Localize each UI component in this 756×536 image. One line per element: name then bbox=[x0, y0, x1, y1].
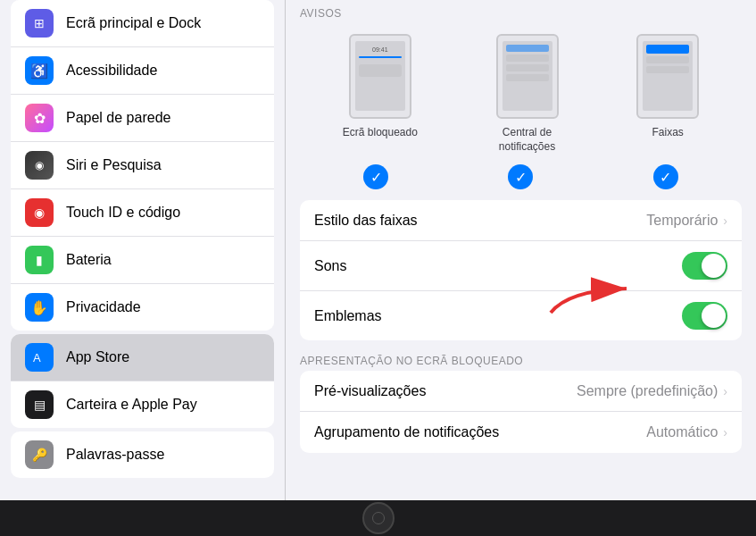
row-sons[interactable]: Sons bbox=[300, 241, 742, 291]
home-button[interactable] bbox=[362, 502, 395, 534]
sidebar-group-1: ⊞ Ecrã principal e Dock ♿ Acessibilidade… bbox=[11, 0, 274, 331]
bateria-icon: ▮ bbox=[25, 246, 54, 274]
faixas-bar1 bbox=[646, 45, 689, 54]
previsualizacoes-chevron: › bbox=[723, 384, 727, 398]
checkmark-central: ✓ bbox=[508, 164, 533, 189]
central-bar3 bbox=[506, 64, 549, 71]
agrupamento-label: Agrupamento de notificações bbox=[314, 424, 499, 440]
central-bar4 bbox=[506, 74, 549, 81]
row-previsualizacoes[interactable]: Pré-visualizações Sempre (predefinição) … bbox=[300, 371, 742, 412]
carteira-icon: ▤ bbox=[25, 390, 54, 419]
agrupamento-chevron: › bbox=[723, 425, 727, 440]
faixas-bar2 bbox=[646, 56, 689, 63]
checkmark-locked: ✓ bbox=[363, 164, 388, 189]
appstore-label: App Store bbox=[66, 349, 129, 365]
acessibilidade-icon: ♿ bbox=[25, 56, 54, 85]
aviso-section-header: AVISOS bbox=[286, 0, 756, 23]
sidebar-item-ecra[interactable]: ⊞ Ecrã principal e Dock bbox=[11, 0, 274, 47]
appstore-icon: A bbox=[25, 343, 54, 372]
locked-label: Ecrã bloqueado bbox=[343, 126, 418, 140]
palavras-icon: 🔑 bbox=[25, 440, 54, 469]
agrupamento-value: Automático › bbox=[646, 424, 727, 440]
emblemas-label: Emblemas bbox=[314, 308, 382, 324]
time-display: 09:41 bbox=[372, 46, 388, 53]
preview-icons-row: 09:41 Ecrã bloqueado bbox=[286, 23, 756, 161]
sidebar-item-appstore[interactable]: A App Store bbox=[11, 334, 274, 381]
preview-locked: 09:41 Ecrã bloqueado bbox=[343, 34, 418, 154]
siri-icon: ◉ bbox=[25, 151, 54, 180]
faixas-screen bbox=[643, 41, 693, 111]
sidebar-item-acessibilidade[interactable]: ♿ Acessibilidade bbox=[11, 47, 274, 95]
siri-label: Siri e Pesquisa bbox=[66, 157, 162, 173]
touchid-icon: ◉ bbox=[25, 198, 54, 227]
sidebar-item-papel[interactable]: ✿ Papel de parede bbox=[11, 95, 274, 142]
sidebar-item-touchid[interactable]: ◉ Touch ID e código bbox=[11, 189, 274, 237]
bateria-label: Bateria bbox=[66, 252, 112, 268]
row-emblemas[interactable]: Emblemas bbox=[300, 291, 742, 340]
faixas-device bbox=[636, 34, 699, 119]
content-area: AVISOS 09:41 Ecrã bloqueado bbox=[286, 0, 756, 500]
estilo-value-text: Temporário bbox=[646, 213, 718, 229]
palavras-label: Palavras-passe bbox=[66, 447, 164, 463]
privacidade-icon: ✋ bbox=[25, 293, 54, 322]
content-wrapper: AVISOS 09:41 Ecrã bloqueado bbox=[286, 0, 756, 453]
notif-bar-1 bbox=[359, 64, 402, 77]
emblemas-toggle[interactable] bbox=[682, 302, 727, 330]
estilo-chevron: › bbox=[723, 214, 727, 228]
ipad-bottom-bar bbox=[0, 500, 756, 536]
central-screen bbox=[503, 41, 552, 111]
locked-device: 09:41 bbox=[349, 34, 411, 119]
apresentacao-section-header: APRESENTAÇÃO NO ECRÃ BLOQUEADO bbox=[286, 348, 756, 371]
preview-central: Central de notificações bbox=[496, 34, 559, 154]
previsualizacoes-label: Pré-visualizações bbox=[314, 383, 426, 399]
checkmark-row: ✓ ✓ ✓ bbox=[286, 161, 756, 200]
ecra-label: Ecrã principal e Dock bbox=[66, 15, 201, 31]
sidebar-group-2: A App Store ▤ Carteira e Apple Pay bbox=[11, 334, 274, 428]
touchid-label: Touch ID e código bbox=[66, 205, 180, 221]
acessibilidade-label: Acessibilidade bbox=[66, 63, 157, 79]
central-label: Central de notificações bbox=[499, 126, 555, 154]
estilo-value: Temporário › bbox=[646, 213, 727, 229]
locked-screen: 09:41 bbox=[355, 41, 405, 111]
sidebar-item-bateria[interactable]: ▮ Bateria bbox=[11, 237, 274, 284]
status-bar bbox=[359, 56, 402, 58]
faixas-bar3 bbox=[646, 66, 689, 73]
row-estilo[interactable]: Estilo das faixas Temporário › bbox=[300, 200, 742, 241]
privacidade-label: Privacidade bbox=[66, 299, 141, 315]
central-device bbox=[496, 34, 559, 119]
row-agrupamento[interactable]: Agrupamento de notificações Automático › bbox=[300, 412, 742, 453]
settings-group-notifications: Estilo das faixas Temporário › Sons Embl… bbox=[300, 200, 742, 340]
sidebar-item-palavras[interactable]: 🔑 Palavras-passe bbox=[11, 431, 274, 478]
svg-text:A: A bbox=[33, 351, 41, 364]
home-button-inner bbox=[372, 512, 385, 524]
papel-label: Papel de parede bbox=[66, 110, 170, 126]
central-bar1 bbox=[506, 45, 549, 52]
previsualizacoes-value-text: Sempre (predefinição) bbox=[577, 383, 718, 399]
checkmark-faixas: ✓ bbox=[653, 164, 678, 189]
sidebar: ⊞ Ecrã principal e Dock ♿ Acessibilidade… bbox=[0, 0, 286, 500]
carteira-label: Carteira e Apple Pay bbox=[66, 397, 197, 413]
papel-icon: ✿ bbox=[25, 104, 54, 132]
sidebar-item-privacidade[interactable]: ✋ Privacidade bbox=[11, 284, 274, 331]
preview-faixas: Faixas bbox=[636, 34, 699, 154]
sons-toggle[interactable] bbox=[682, 252, 727, 280]
sidebar-item-siri[interactable]: ◉ Siri e Pesquisa bbox=[11, 142, 274, 189]
ecra-icon: ⊞ bbox=[25, 9, 54, 38]
central-bar2 bbox=[506, 54, 549, 62]
settings-group-apresentacao: Pré-visualizações Sempre (predefinição) … bbox=[300, 371, 742, 453]
previsualizacoes-value: Sempre (predefinição) › bbox=[577, 383, 727, 399]
sidebar-item-carteira[interactable]: ▤ Carteira e Apple Pay bbox=[11, 381, 274, 428]
sons-label: Sons bbox=[314, 258, 346, 274]
faixas-label: Faixas bbox=[652, 126, 684, 140]
agrupamento-value-text: Automático bbox=[646, 424, 718, 440]
sidebar-group-3: 🔑 Palavras-passe bbox=[11, 431, 274, 478]
estilo-label: Estilo das faixas bbox=[314, 213, 418, 229]
